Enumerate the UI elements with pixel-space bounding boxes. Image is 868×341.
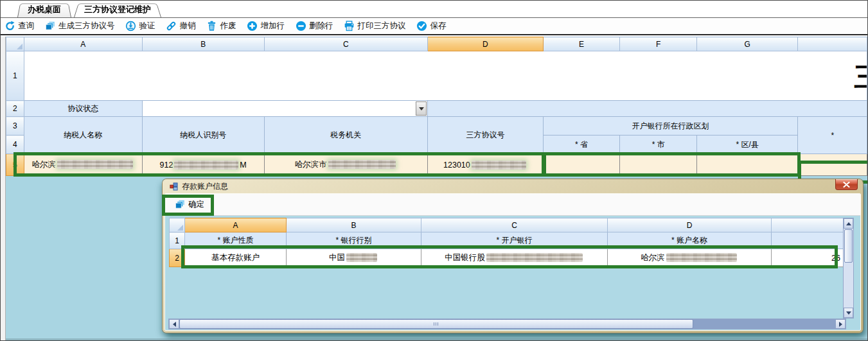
cell-text: 基本存款账户 bbox=[211, 253, 260, 262]
row-header-4[interactable]: 4 bbox=[6, 136, 24, 154]
void-button[interactable]: 作废 bbox=[206, 21, 236, 32]
cell-account-number-partial[interactable]: 26 bbox=[772, 249, 844, 267]
scroll-down-button[interactable] bbox=[844, 308, 853, 318]
horizontal-scroll-thumb[interactable] bbox=[179, 319, 693, 329]
arrow-left-icon bbox=[173, 322, 176, 327]
verify-icon bbox=[125, 21, 137, 32]
tab-tax-desktop[interactable]: 办税桌面 bbox=[17, 2, 71, 17]
delete-row-button[interactable]: 删除行 bbox=[295, 21, 333, 32]
row-header-5-selected[interactable]: 5 bbox=[6, 154, 24, 176]
main-grid: A B C D E F G 1 三 2 协议状态 bbox=[6, 37, 867, 176]
dlg-column-header-c[interactable]: C bbox=[421, 218, 608, 232]
scroll-right-button[interactable] bbox=[835, 319, 846, 329]
dlg-row-header-2-selected[interactable]: 2 bbox=[170, 249, 185, 267]
confirm-button[interactable]: 确定 bbox=[168, 197, 210, 213]
agreement-status-dropdown[interactable] bbox=[142, 101, 427, 117]
header-account-name: * 账户名称 bbox=[608, 232, 772, 249]
minus-circle-icon bbox=[295, 21, 306, 32]
column-header-partial[interactable] bbox=[798, 37, 867, 51]
row-header-3[interactable]: 3 bbox=[6, 117, 24, 136]
horizontal-scrollbar[interactable] bbox=[168, 319, 846, 329]
verify-button[interactable]: 验证 bbox=[125, 21, 155, 32]
close-icon bbox=[843, 182, 850, 188]
row-header-2[interactable]: 2 bbox=[6, 101, 24, 117]
redacted-text-block bbox=[346, 253, 377, 262]
plus-circle-icon bbox=[247, 21, 258, 32]
trash-icon bbox=[206, 21, 218, 32]
query-button[interactable]: 查询 bbox=[4, 21, 34, 32]
cell-text: M bbox=[240, 161, 246, 170]
arrow-down-icon bbox=[846, 311, 851, 315]
cell-tax-authority[interactable]: 哈尔滨市 bbox=[264, 154, 428, 176]
header-tax-authority: 税务机关 bbox=[264, 117, 428, 154]
column-header-b[interactable]: B bbox=[142, 37, 264, 51]
cell-text: 123010 bbox=[443, 161, 470, 170]
chevron-down-icon bbox=[419, 107, 424, 110]
link-icon bbox=[166, 21, 177, 32]
close-button[interactable] bbox=[835, 179, 858, 190]
tab-agreement-maintenance[interactable]: 三方协议登记维护 bbox=[74, 2, 161, 17]
column-header-e[interactable]: E bbox=[543, 37, 620, 51]
cell-taxpayer-id[interactable]: 912M bbox=[142, 154, 264, 176]
vertical-scrollbar[interactable] bbox=[843, 218, 854, 319]
row-header-1[interactable]: 1 bbox=[6, 51, 24, 101]
header-province: * 省 bbox=[543, 136, 620, 154]
agreement-status-label: 协议状态 bbox=[24, 101, 142, 117]
toolbar-item-label: 增加行 bbox=[261, 21, 285, 31]
cell-account-type[interactable]: 基本存款账户 bbox=[185, 249, 287, 267]
title-row-cell[interactable]: 三 bbox=[24, 51, 867, 101]
cell-bank-name[interactable]: 中国银行股 bbox=[421, 249, 608, 267]
toolbar-item-label: 撤销 bbox=[180, 21, 196, 31]
revoke-button[interactable]: 撤销 bbox=[166, 21, 196, 32]
dialog-title-bar[interactable]: 存款账户信息 bbox=[163, 179, 863, 193]
cell-partial[interactable] bbox=[798, 154, 867, 176]
cell-district[interactable] bbox=[696, 154, 797, 176]
column-header-d-selected[interactable]: D bbox=[428, 37, 544, 51]
toolbar-item-label: 保存 bbox=[430, 21, 447, 31]
dialog-toolbar: 确定 bbox=[165, 194, 860, 216]
column-header-a[interactable]: A bbox=[24, 37, 142, 51]
dialog-grid-corner[interactable] bbox=[170, 218, 185, 232]
header-partial-empty bbox=[772, 232, 844, 249]
cell-agreement-no[interactable]: 123010 bbox=[428, 154, 544, 176]
cell-taxpayer-name[interactable]: 哈尔滨 bbox=[24, 154, 142, 176]
save-button[interactable]: 保存 bbox=[416, 21, 447, 32]
horizontal-scroll-track[interactable] bbox=[693, 319, 835, 329]
confirm-button-label: 确定 bbox=[188, 199, 204, 210]
copy-stack-icon bbox=[174, 199, 186, 211]
toolbar-item-label: 打印三方协议 bbox=[358, 21, 406, 31]
cell-province[interactable] bbox=[543, 154, 620, 176]
header-agreement-no: 三方协议号 bbox=[428, 117, 544, 154]
scroll-up-button[interactable] bbox=[844, 218, 853, 229]
arrow-right-icon bbox=[839, 322, 842, 327]
redacted-text-block bbox=[57, 160, 133, 169]
dlg-column-header-a-selected[interactable]: A bbox=[185, 218, 287, 232]
print-agreement-button[interactable]: 打印三方协议 bbox=[344, 21, 406, 32]
cell-bank-category[interactable]: 中国 bbox=[287, 249, 421, 267]
generate-agreement-no-button[interactable]: 生成三方协议号 bbox=[44, 21, 115, 32]
scroll-left-button[interactable] bbox=[169, 319, 179, 329]
deposit-account-dialog: 存款账户信息 确定 A bbox=[163, 179, 863, 333]
form-icon bbox=[169, 182, 178, 191]
header-bank-name: * 开户银行 bbox=[421, 232, 608, 249]
add-row-button[interactable]: 增加行 bbox=[247, 21, 285, 32]
toolbar-item-label: 作废 bbox=[220, 21, 236, 31]
column-header-f[interactable]: F bbox=[620, 37, 697, 51]
cell-account-name[interactable]: 哈尔滨 bbox=[608, 249, 772, 267]
header-partial-column: * bbox=[798, 117, 867, 154]
vertical-scroll-thumb[interactable] bbox=[844, 229, 853, 263]
dropdown-arrow-button[interactable] bbox=[416, 101, 427, 116]
cell-city[interactable] bbox=[620, 154, 697, 176]
cell-text: 哈尔滨市 bbox=[295, 160, 327, 169]
main-grid-corner[interactable] bbox=[6, 37, 24, 51]
column-header-g[interactable]: G bbox=[696, 37, 797, 51]
dlg-column-header-d[interactable]: D bbox=[608, 218, 772, 232]
toolbar-item-label: 验证 bbox=[139, 21, 155, 31]
dlg-row-header-1[interactable]: 1 bbox=[170, 232, 185, 249]
dlg-column-header-b[interactable]: B bbox=[287, 218, 421, 232]
row2-filler-cell bbox=[428, 101, 867, 117]
tab-label: 三方协议登记维护 bbox=[84, 4, 151, 15]
cell-text: 哈尔滨 bbox=[32, 160, 57, 169]
dlg-column-header-partial[interactable] bbox=[772, 218, 844, 232]
column-header-c[interactable]: C bbox=[264, 37, 428, 51]
